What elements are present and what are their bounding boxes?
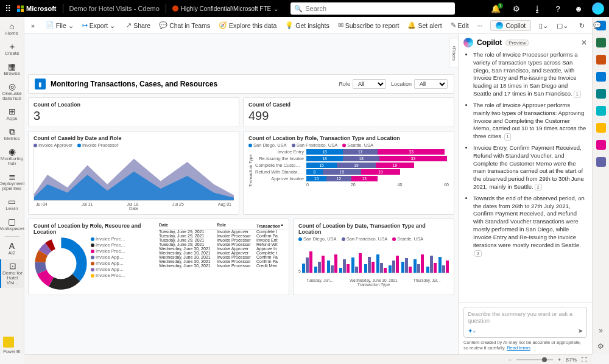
nav-icon: ⧉ [9,127,15,136]
card-caseid-count[interactable]: Count of CaseId 499 [243,97,454,127]
bookmark-dropdown[interactable]: ▯⌄ [536,22,551,29]
location-select[interactable]: All [414,79,448,89]
status-bar: − + 87% ⛶ [24,354,592,364]
favorite-button[interactable]: ★ [607,22,609,29]
insight-bullet: The role of Invoice Processor performs a… [473,51,587,98]
download-icon[interactable]: ⭳ [530,4,544,13]
stacked-bars: Invoice Entry181733Re-issuing the Invoic… [255,149,449,187]
preview-badge: Preview [505,40,529,46]
nav-icon: ▦ [8,62,16,71]
search-box[interactable]: 🔍 [290,2,455,15]
settings-icon[interactable]: ⚙ [597,342,604,351]
export-menu[interactable]: ↦Export⌄ [79,21,118,29]
zoom-out-button[interactable]: − [508,357,511,363]
grouped-bars [302,243,449,273]
chart-location-by-role-type[interactable]: Count of Location by Role, Transaction T… [243,131,454,215]
nav-demo-for-hotel-visi-[interactable]: ⊡Demo for Hotel Visi... [0,259,24,288]
command-bar: » 📄File⌄ ↦Export⌄ ↗Share 💬Chat in Teams … [24,17,592,34]
reference-badge[interactable]: 2 [535,184,542,191]
close-button[interactable]: ✕ [581,38,587,47]
search-icon: 🔍 [294,5,303,13]
reference-badge[interactable]: 1 [504,133,512,140]
app-icon[interactable] [596,72,606,82]
reference-badge[interactable]: 2 [474,250,482,257]
copilot-button[interactable]: Copilot [490,20,531,31]
workspace-title[interactable]: Demo for Hotel Visits - Cdemo [69,5,160,12]
nav-icon: ⌂ [9,22,14,30]
confidentiality-dot-icon [172,5,178,12]
chat-teams-button[interactable]: 💬Chat in Teams [156,21,213,29]
nav-browse[interactable]: ▦Browse [0,60,24,79]
export-icon: ↦ [82,21,88,29]
nav-metrics[interactable]: ⧉Metrics [0,125,24,144]
svg-point-7 [40,243,82,284]
copilot-input-area: Describe the summary you want or ask a q… [459,303,592,354]
send-button[interactable]: ➤ [578,327,583,334]
share-button[interactable]: ↗Share [123,21,153,29]
nav-icon: ▭ [8,197,16,206]
nav-monitoring-hub[interactable]: ◉Monitoring hub [0,145,24,169]
app-icon[interactable] [596,55,606,65]
role-filter: Role All [339,79,386,89]
nav-ai-[interactable]: AAI2 [0,239,24,258]
refresh-button[interactable]: ↻ [576,22,588,29]
app-icon[interactable] [596,38,606,47]
app-launcher-icon[interactable]: ⠿ [5,4,11,13]
nav-home[interactable]: ⌂Home [0,19,24,38]
bell-icon: 🔔 [407,21,416,29]
nav-icon: ▢ [8,217,16,226]
user-avatar[interactable] [592,2,604,15]
chart-donut-and-table[interactable]: Count of Location by Role, Resource and … [28,219,289,295]
copilot-icon [496,22,503,29]
copilot-panel: Copilot Preview ✕ The role of Invoice Pr… [458,34,592,354]
card-location-count[interactable]: Count of Location 3 [28,97,239,127]
filters-pane-toggle[interactable]: ‹Filters [449,38,458,68]
copilot-input[interactable]: Describe the summary you want or ask a q… [463,307,587,338]
explore-icon: 🧭 [219,21,227,29]
app-icon[interactable] [596,106,606,116]
read-terms-link[interactable]: Read terms [507,345,530,351]
notifications-icon[interactable]: 🔔1 [488,4,503,13]
insights-list: The role of Invoice Processor performs a… [462,51,587,257]
help-icon[interactable]: ? [551,4,565,13]
settings-icon[interactable]: ⚙ [509,4,524,13]
copilot-header: Copilot Preview ✕ [459,34,592,51]
nav-workspaces[interactable]: ▢Workspaces [0,215,24,234]
nav-deployment-pipelines[interactable]: ≣Deployment pipelines [0,170,24,194]
role-select[interactable]: All [353,79,386,89]
zoom-in-button[interactable]: + [558,357,561,363]
nav-create[interactable]: ＋Create [0,40,24,58]
nav-apps[interactable]: ⊞Apps [0,105,24,124]
nav-onelake-data-hub[interactable]: ◎OneLake data hub [0,80,24,103]
app-icon[interactable] [596,123,606,133]
file-menu[interactable]: 📄File⌄ [43,21,77,29]
view-dropdown[interactable]: ▢⌄ [554,22,571,29]
alert-button[interactable]: 🔔Set alert [404,21,445,29]
nav-icon: ⊞ [9,107,16,116]
feedback-icon[interactable]: ☻ [571,4,586,13]
expand-button[interactable]: » [28,22,38,29]
fit-to-page-button[interactable]: ⛶ [582,357,587,363]
teams-icon: 💬 [159,21,167,29]
explore-button[interactable]: 🧭Explore this data [216,21,280,29]
chart-caseid-by-date-role[interactable]: Count of CaseId by Date and Role Invoice… [28,131,239,215]
reference-badge[interactable]: 1 [574,91,581,97]
app-icon[interactable] [596,157,606,167]
search-input[interactable] [305,5,451,12]
comment-button[interactable]: 💬 [590,21,604,29]
copilot-icon [463,38,473,47]
subscribe-button[interactable]: ✉Subscribe to report [335,21,403,29]
nav-icon: ＋ [8,42,16,51]
edit-button[interactable]: ✎Edit [448,21,472,29]
app-icon[interactable] [596,140,606,150]
insights-button[interactable]: 💡Get insights [282,21,332,29]
sparkle-icon[interactable]: ✦₊ [468,327,476,334]
transactions-table[interactable]: DateRoleTransaction▲ Tuesday, June 29, 2… [159,223,284,291]
nav-learn[interactable]: ▭Learn [0,195,24,214]
app-icon[interactable] [596,89,606,99]
more-button[interactable]: ··· [474,22,486,29]
collapse-icon[interactable]: » [599,326,603,335]
zoom-slider[interactable] [516,359,553,360]
confidentiality-label[interactable]: Highly Confidential\Microsoft FTE ⌄ [172,5,278,12]
chart-location-by-date-type[interactable]: Count of Location by Date, Transaction T… [293,219,454,295]
